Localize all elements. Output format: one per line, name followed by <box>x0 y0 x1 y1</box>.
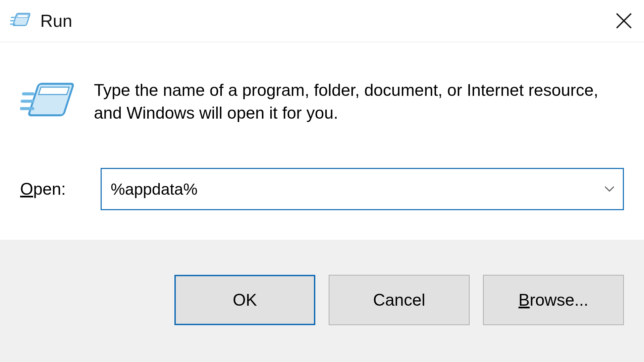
run-icon <box>10 11 30 30</box>
svg-rect-1 <box>17 15 29 17</box>
ok-button[interactable]: OK <box>174 275 315 325</box>
open-row: Open: <box>20 168 624 210</box>
open-label: Open: <box>20 179 101 199</box>
browse-button-label: Browse... <box>519 290 588 310</box>
ok-button-label: OK <box>233 290 257 310</box>
titlebar: Run <box>0 0 644 42</box>
run-icon <box>20 79 74 123</box>
run-dialog: Run <box>0 0 644 362</box>
dialog-footer: OK Cancel Browse... <box>0 240 644 362</box>
cancel-button[interactable]: Cancel <box>329 275 470 325</box>
info-row: Type the name of a program, folder, docu… <box>20 79 624 124</box>
close-icon <box>615 12 633 30</box>
cancel-button-label: Cancel <box>373 290 425 310</box>
browse-button[interactable]: Browse... <box>483 275 624 325</box>
open-input[interactable] <box>110 180 604 199</box>
close-button[interactable] <box>610 7 637 34</box>
open-combobox[interactable] <box>101 168 624 210</box>
dialog-body: Type the name of a program, folder, docu… <box>0 42 644 240</box>
dialog-title: Run <box>40 11 610 31</box>
svg-rect-8 <box>39 87 69 95</box>
description-text: Type the name of a program, folder, docu… <box>94 79 617 124</box>
chevron-down-icon[interactable] <box>604 186 614 192</box>
